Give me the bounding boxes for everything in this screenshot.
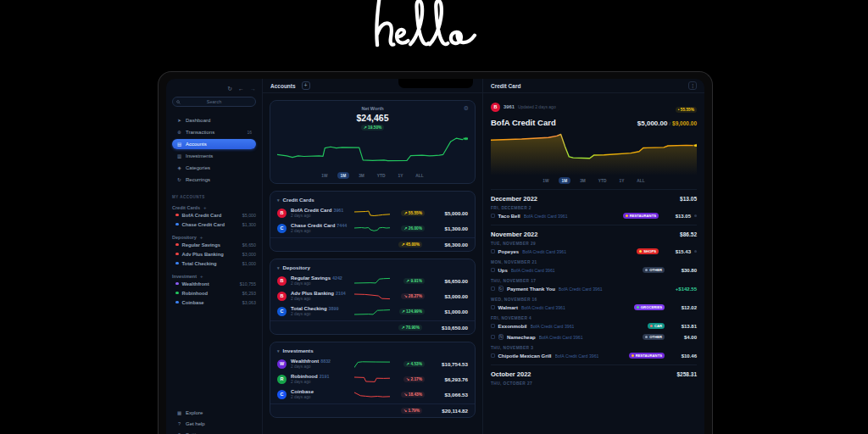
sidebar-item-investments[interactable]: ▥ Investments <box>172 151 256 161</box>
checkbox[interactable] <box>491 305 495 309</box>
search-input[interactable]: Search <box>172 97 256 107</box>
sidebar-account-robinhood[interactable]: Robinhood $6,293 <box>172 288 256 298</box>
sidebar-item-transactions[interactable]: ⊚ Transactions 16 <box>172 127 256 137</box>
category-badge[interactable]: OTHER <box>643 267 665 273</box>
category-badge[interactable]: SHOPS <box>637 248 659 254</box>
section-total-amount: $6,300.00 <box>429 242 468 248</box>
account-row-coinbase[interactable]: C Coinbase 2 days ago ↘ 18.43% $3,066.53 <box>270 387 475 402</box>
range-all[interactable]: ALL <box>412 172 426 179</box>
account-row-robinhood[interactable]: R Robinhood2191 2 days ago ↘ 2.17% $6,29… <box>270 371 475 387</box>
account-group-depository: Depository+ Regular Savings $6,650 Adv P… <box>172 235 256 268</box>
sidebar-account-total-checking[interactable]: Total Checking $1,000 <box>172 259 256 268</box>
account-group-credit-cards: Credit Cards+ BofA Credit Card $5,000 Ch… <box>172 205 256 229</box>
add-account-button[interactable]: + <box>302 81 310 90</box>
transaction-row[interactable]: Taco Bell BofA Credit Card 3961 RESTAURA… <box>491 210 697 221</box>
category-badge[interactable]: GROCERIES <box>634 304 665 310</box>
checkbox[interactable] <box>491 335 495 339</box>
category-badge[interactable]: CAR <box>648 323 665 329</box>
transaction-row[interactable]: Walmart BofA Credit Card 3961 GROCERIES … <box>491 302 697 313</box>
transaction-row[interactable]: Popeyes BofA Credit Card 3961 SHOPS $15.… <box>491 246 697 257</box>
net-worth-range-selector: 1W1M3MYTD1YALL <box>277 172 468 179</box>
tab-accounts[interactable]: Accounts <box>270 83 296 89</box>
add-icon[interactable]: + <box>200 235 203 240</box>
arrow-right-icon[interactable]: → <box>250 86 256 92</box>
section-credit-cards: ▾ Credit Cards B BofA Credit Card3961 2 … <box>270 191 476 252</box>
transaction-account: BofA Credit Card 3961 <box>539 335 583 340</box>
account-row-chase-credit-card[interactable]: C Chase Credit Card7444 2 days ago ↗ 26.… <box>270 220 475 236</box>
sidebar-item-label: Investments <box>186 153 213 159</box>
sidebar-account-wealthfront[interactable]: Wealthfront $10,755 <box>172 279 256 288</box>
account-row-wealthfront[interactable]: W Wealthfront8832 2 days ago ↗ 4.53% $10… <box>270 356 475 371</box>
add-icon[interactable]: + <box>200 274 203 279</box>
sidebar-item-label: Accounts <box>186 142 207 147</box>
checkbox[interactable] <box>491 268 495 272</box>
sparkline <box>354 209 390 218</box>
range-1m[interactable]: 1M <box>559 177 571 184</box>
section-header[interactable]: ▾ Investments <box>270 346 475 356</box>
refresh-icon[interactable]: ↻ <box>227 86 232 92</box>
transaction-row[interactable]: Chipotle Mexican Grill BofA Credit Card … <box>491 350 697 361</box>
range-1w[interactable]: 1W <box>539 177 552 184</box>
credit-card-scroll-area[interactable]: B 3961 Updated 2 days ago • 55.55% BofA … <box>483 93 704 434</box>
sidebar-account-chase-credit-card[interactable]: Chase Credit Card $1,300 <box>172 220 256 229</box>
transaction-account: BofA Credit Card 3961 <box>524 214 568 219</box>
sidebar-item-settings[interactable]: ⚙ Settings <box>172 430 256 434</box>
merchant-name: Taco Bell <box>498 214 520 219</box>
sidebar-item-dashboard[interactable]: ➤ Dashboard <box>172 115 256 125</box>
transaction-row[interactable]: Ups BofA Credit Card 3961 OTHER $30.80 <box>491 264 697 275</box>
category-badge[interactable]: RESTAURANTS <box>623 213 659 219</box>
sidebar-account-coinbase[interactable]: Coinbase $3,063 <box>172 298 256 307</box>
account-row-adv-plus-banking[interactable]: B Adv Plus Banking2104 2 days ago ↘ 28.2… <box>270 288 475 303</box>
sidebar-item-accounts[interactable]: ▤ Accounts <box>172 139 256 149</box>
range-1m[interactable]: 1M <box>337 172 350 179</box>
transaction-amount: $15.43 <box>662 249 691 254</box>
right-panel-header: Credit Card ⋮ <box>483 79 704 93</box>
transaction-row[interactable]: ↻ Payment Thank You BofA Credit Card 396… <box>491 283 697 294</box>
range-all[interactable]: ALL <box>633 177 648 184</box>
range-3m[interactable]: 3M <box>576 177 589 184</box>
account-row-regular-savings[interactable]: B Regular Savings4242 2 days ago ↗ 9.91%… <box>270 273 475 288</box>
category-badge[interactable]: RESTAURANTS <box>629 353 665 359</box>
sidebar-item-label: Dashboard <box>186 118 210 123</box>
month-title: October 2022 <box>491 370 677 378</box>
transaction-amount: +$142.55 <box>668 287 697 292</box>
sparkline <box>354 390 390 399</box>
accounts-panel: Accounts + ⚙ Net Worth $24,465 ↗ 19.50% … <box>263 79 483 434</box>
sidebar-item-recurrings[interactable]: ↻ Recurrings <box>172 175 256 185</box>
range-ytd[interactable]: YTD <box>595 177 610 184</box>
account-balance: $1,000.00 <box>429 309 468 314</box>
kebab-menu-icon[interactable]: ⋮ <box>688 81 697 90</box>
checkbox[interactable] <box>491 324 495 328</box>
range-1y[interactable]: 1Y <box>615 177 627 184</box>
add-icon[interactable]: + <box>203 205 207 210</box>
account-row-bofa-credit-card[interactable]: B BofA Credit Card3961 2 days ago ↗ 55.5… <box>270 205 475 220</box>
range-1y[interactable]: 1Y <box>394 172 406 179</box>
section-total-badge: ↗ 70.90% <box>398 325 422 331</box>
range-1w[interactable]: 1W <box>318 172 331 179</box>
accounts-scroll-area[interactable]: ⚙ Net Worth $24,465 ↗ 19.50% 1W1M3MYTD1Y… <box>263 93 482 434</box>
checkbox[interactable] <box>491 353 495 358</box>
transaction-row[interactable]: Exxonmobil BofA Credit Card 3961 CAR $13… <box>491 320 697 331</box>
sidebar-item-categories[interactable]: ◈ Categories <box>172 163 256 173</box>
range-3m[interactable]: 3M <box>355 172 368 179</box>
sidebar-account-regular-savings[interactable]: Regular Savings $6,650 <box>172 240 256 249</box>
site-icon: N <box>498 334 504 340</box>
sidebar-account-bofa-credit-card[interactable]: BofA Credit Card $5,000 <box>172 210 256 220</box>
sidebar-item-get-help[interactable]: ? Get help <box>172 419 256 428</box>
month-total: $86.52 <box>680 231 697 237</box>
sidebar-account-adv-plus-banking[interactable]: Adv Plus Banking $3,000 <box>172 249 256 259</box>
gear-icon[interactable]: ⚙ <box>464 105 469 112</box>
section-header[interactable]: ▾ Credit Cards <box>270 195 475 205</box>
transaction-row[interactable]: N Namecheap BofA Credit Card 3961 OTHER … <box>491 331 697 342</box>
checkbox[interactable] <box>491 214 495 218</box>
category-badge[interactable]: OTHER <box>643 334 665 340</box>
bank-logo: B <box>277 276 287 286</box>
range-ytd[interactable]: YTD <box>374 172 389 179</box>
sidebar-item-explore[interactable]: ▦ Explore <box>172 408 256 417</box>
explore-icon: ▦ <box>176 410 182 415</box>
arrow-left-icon[interactable]: ← <box>238 86 244 92</box>
checkbox[interactable] <box>491 287 495 291</box>
checkbox[interactable] <box>491 249 495 253</box>
account-row-total-checking[interactable]: C Total Checking3899 2 days ago ↗ 124.99… <box>270 303 475 319</box>
section-header[interactable]: ▾ Depository <box>270 263 475 273</box>
